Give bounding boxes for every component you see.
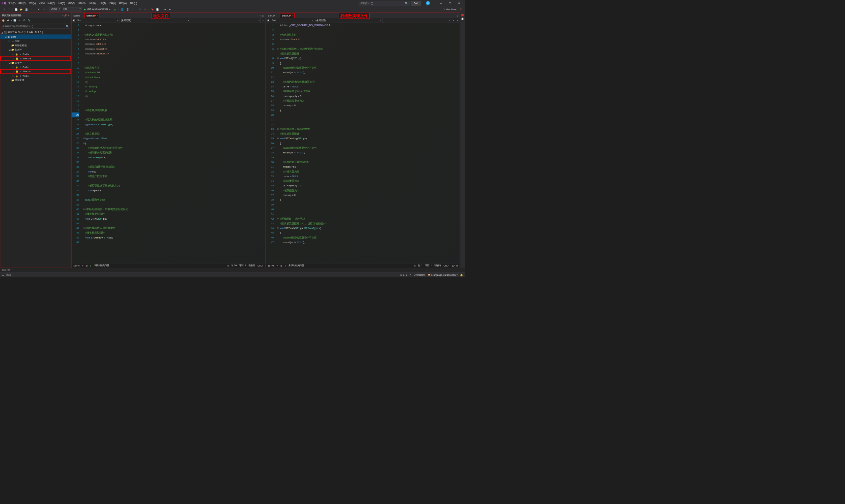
- minimize-icon[interactable]: ―: [437, 0, 445, 6]
- menu-item[interactable]: 扩展(X): [107, 1, 118, 5]
- tabs-dropdown-icon[interactable]: ▾: [457, 15, 458, 17]
- browser-icon[interactable]: 🌐: [120, 7, 124, 12]
- filter-icon[interactable]: ⛭: [18, 18, 21, 22]
- close-icon[interactable]: ✕: [455, 0, 463, 6]
- explorer-search[interactable]: 搜索解决方案资源管理器(Ctrl+;) 🔍: [1, 24, 70, 29]
- pencil-icon[interactable]: ✎: [410, 274, 411, 276]
- menu-item[interactable]: 调试(D): [66, 1, 76, 5]
- solution-node[interactable]: ◢⬛解决方案 'Sort' (1 个项目, 共 1 个): [0, 30, 71, 34]
- step2-icon[interactable]: ⇤: [168, 7, 172, 12]
- switch-icon[interactable]: ⇄: [6, 18, 10, 22]
- file-stack-h[interactable]: ▷🔒hStack.h: [0, 56, 71, 61]
- menu-item[interactable]: 分析(N): [87, 1, 97, 5]
- tabs-dropdown-icon[interactable]: ▾: [260, 15, 261, 17]
- close-tab-icon[interactable]: ✕: [97, 15, 99, 17]
- dropdown-icon[interactable]: ▾: [63, 14, 64, 17]
- repo-icon[interactable]: 📦 c-language-learning-diary ▾: [428, 274, 457, 276]
- menu-item[interactable]: 视图(V): [27, 1, 37, 5]
- config-select[interactable]: Debug: [49, 7, 61, 12]
- folder-icon[interactable]: 🗀: [130, 7, 135, 12]
- file-sort-h[interactable]: ▷🔒hSort.h: [0, 52, 71, 56]
- pin-icon[interactable]: 📌: [93, 15, 96, 17]
- nav-icon[interactable]: ▣: [266, 18, 270, 23]
- tab-stack-c[interactable]: Stack.c📌✕: [280, 13, 295, 18]
- menu-item[interactable]: Git(G): [37, 1, 46, 5]
- split-icon[interactable]: ⫞: [451, 18, 455, 23]
- sort-button[interactable]: Sort: [411, 1, 421, 5]
- split-icon[interactable]: ⫞: [261, 18, 265, 23]
- scroll-left-icon[interactable]: ◀: [413, 265, 415, 267]
- menu-item[interactable]: 窗口(W): [118, 1, 128, 5]
- menu-item[interactable]: 帮助(H): [128, 1, 138, 5]
- code-area-right[interactable]: 1234567891011121314151617181920212223242…: [266, 23, 459, 263]
- bookmark2-icon[interactable]: 📑: [156, 7, 160, 12]
- pin-icon[interactable]: 📌: [288, 15, 291, 17]
- admin-icon[interactable]: 🛡: [459, 7, 463, 12]
- tab-sort-h[interactable]: Sort.h: [72, 13, 84, 18]
- avatar[interactable]: 培: [426, 1, 430, 5]
- nav-scope[interactable]: (全局范围): [120, 18, 190, 23]
- close-tab-icon[interactable]: ✕: [292, 15, 294, 17]
- collapse-icon[interactable]: ⊟: [22, 18, 26, 22]
- code-area-left[interactable]: 1234567891011121314151617181920212223242…: [72, 23, 265, 263]
- db-icon[interactable]: 🗄: [125, 7, 129, 12]
- nav-project[interactable]: Sort: [76, 18, 120, 23]
- bulb-icon[interactable]: ◉: [280, 265, 282, 267]
- output-icon[interactable]: ▭: [2, 274, 4, 276]
- bell-icon[interactable]: 🔔: [460, 274, 463, 276]
- plus-icon[interactable]: ＋: [455, 18, 459, 23]
- sync-icon[interactable]: 🔄: [13, 18, 17, 22]
- nav-project[interactable]: Sort: [271, 18, 314, 23]
- nav-member[interactable]: [190, 18, 261, 23]
- open-icon[interactable]: 📂: [19, 7, 23, 12]
- platform-select[interactable]: x86: [62, 7, 82, 12]
- menu-item[interactable]: 编辑(E): [17, 1, 27, 5]
- resources-node[interactable]: 📁资源文件: [0, 78, 71, 83]
- home-icon[interactable]: 🏠: [1, 18, 5, 22]
- nav-member[interactable]: [383, 18, 451, 23]
- menu-item[interactable]: 生成(B): [56, 1, 67, 5]
- new-file-icon[interactable]: 📄: [14, 7, 18, 12]
- search-box[interactable]: 搜索 (Ctrl+Q) 🔍: [359, 1, 410, 5]
- step-icon[interactable]: ⇥: [163, 7, 167, 12]
- prop-icon[interactable]: 🔧: [28, 18, 31, 22]
- run-button[interactable]: ▶本地 Windows 调试器▾: [83, 7, 112, 12]
- comment-icon[interactable]: //: [138, 7, 142, 12]
- file-stack-c[interactable]: ▷🔒cStack.c: [0, 69, 71, 74]
- branch-icon[interactable]: ⎇ master ▾: [414, 274, 425, 276]
- scroll-left-icon[interactable]: ◀: [227, 265, 228, 267]
- bulb-icon[interactable]: ◉: [86, 265, 88, 267]
- undo-icon[interactable]: ↶: [37, 7, 41, 12]
- nav-scope[interactable]: (全局范围): [314, 18, 383, 23]
- headers-node[interactable]: ◢📁头文件: [0, 48, 71, 52]
- save-all-icon[interactable]: 🗂: [29, 7, 34, 12]
- refs-node[interactable]: ▷▫▫引用: [0, 39, 71, 43]
- pin-icon[interactable]: 📌: [64, 14, 67, 17]
- uncomment-icon[interactable]: //: [143, 7, 147, 12]
- toolbox-icon[interactable]: 🧰: [461, 14, 464, 17]
- file-test-c[interactable]: ▷🔒cTest.c: [0, 74, 71, 78]
- file-sort-c[interactable]: ▷🔒cSort.c: [0, 65, 71, 69]
- external-node[interactable]: 📁外部依赖项: [0, 43, 71, 48]
- bookmark-icon[interactable]: 🔖: [150, 7, 155, 12]
- updown-icon[interactable]: ↑↓ 0 / 0: [400, 274, 407, 276]
- gear-icon[interactable]: ⚙: [262, 15, 264, 17]
- sources-node[interactable]: ◢📁源文件: [0, 61, 71, 65]
- run-no-debug-icon[interactable]: ▷: [112, 7, 117, 12]
- error-list-tab[interactable]: 错误列表: [0, 268, 465, 272]
- nav-back-icon[interactable]: ⭯: [1, 7, 6, 12]
- maximize-icon[interactable]: ▢: [446, 0, 454, 6]
- menu-item[interactable]: 文件(F): [7, 1, 17, 5]
- tab-stack-h[interactable]: Stack.h📌✕: [84, 13, 99, 18]
- menu-item[interactable]: 测试(S): [76, 1, 87, 5]
- project-node[interactable]: ◢▣Sort: [0, 35, 71, 39]
- nav-icon[interactable]: ▣: [72, 18, 76, 23]
- nav-fwd-icon[interactable]: ⭮: [6, 7, 11, 12]
- tab-sort-c[interactable]: Sort.c*: [266, 13, 280, 18]
- save-icon[interactable]: 💾: [24, 7, 29, 12]
- liveshare-button[interactable]: ⮌ Live Share: [443, 8, 456, 11]
- props-icon[interactable]: 📋: [461, 17, 464, 20]
- menu-item[interactable]: 工具(T): [97, 1, 107, 5]
- menu-item[interactable]: 项目(P): [46, 1, 56, 5]
- redo-icon[interactable]: ↷: [42, 7, 46, 12]
